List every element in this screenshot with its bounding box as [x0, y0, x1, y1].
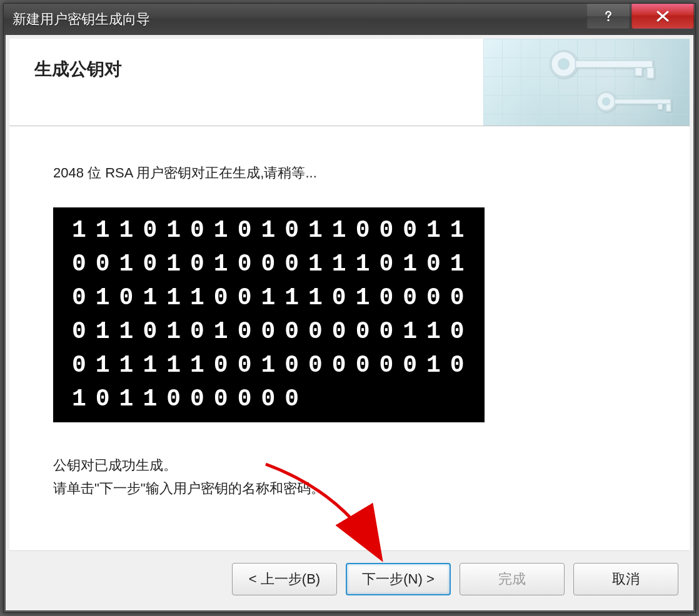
wizard-footer: < 上一步(B) 下一步(N) > 完成 取消 — [9, 550, 690, 607]
wizard-inner: 生成公钥对 2048 位 RSA 用户密钥对正在生成,请稍等... 111010… — [9, 39, 690, 607]
help-icon — [601, 9, 615, 23]
close-button[interactable] — [631, 4, 694, 29]
close-icon — [655, 10, 670, 22]
success-text: 公钥对已成功生成。 — [53, 454, 646, 477]
key-icon — [546, 46, 665, 82]
svg-rect-3 — [576, 61, 653, 67]
window-title: 新建用户密钥生成向导 — [13, 10, 150, 29]
result-message: 公钥对已成功生成。 请单击"下一步"输入用户密钥的名称和密码。 — [53, 454, 646, 500]
titlebar-controls — [586, 4, 695, 29]
banner-art — [483, 39, 690, 126]
svg-point-0 — [607, 19, 609, 21]
generation-status-text: 2048 位 RSA 用户密钥对正在生成,请稍等... — [53, 164, 646, 182]
wizard-content: 2048 位 RSA 用户密钥对正在生成,请稍等... 111010101011… — [9, 126, 690, 550]
client-area: 生成公钥对 2048 位 RSA 用户密钥对正在生成,请稍等... 111010… — [4, 35, 695, 612]
svg-point-2 — [558, 59, 569, 69]
svg-rect-9 — [658, 104, 663, 109]
svg-point-7 — [603, 98, 610, 106]
svg-rect-4 — [635, 67, 642, 76]
svg-rect-10 — [666, 104, 671, 111]
titlebar: 新建用户密钥生成向导 — [4, 4, 695, 35]
svg-rect-5 — [647, 67, 654, 78]
wizard-header: 生成公钥对 — [9, 39, 690, 126]
wizard-window: 新建用户密钥生成向导 — [3, 3, 696, 613]
cancel-button[interactable]: 取消 — [573, 563, 678, 595]
help-button[interactable] — [586, 4, 630, 29]
svg-rect-8 — [615, 99, 671, 104]
next-button[interactable]: 下一步(N) > — [346, 563, 451, 595]
back-button[interactable]: < 上一步(B) — [232, 563, 337, 595]
instruction-text: 请单击"下一步"输入用户密钥的名称和密码。 — [53, 477, 646, 500]
finish-button[interactable]: 完成 — [460, 563, 565, 595]
binary-output: 1110101010110001100101010001110101010111… — [53, 207, 485, 422]
page-title: 生成公钥对 — [34, 57, 122, 81]
key-icon — [592, 87, 686, 116]
